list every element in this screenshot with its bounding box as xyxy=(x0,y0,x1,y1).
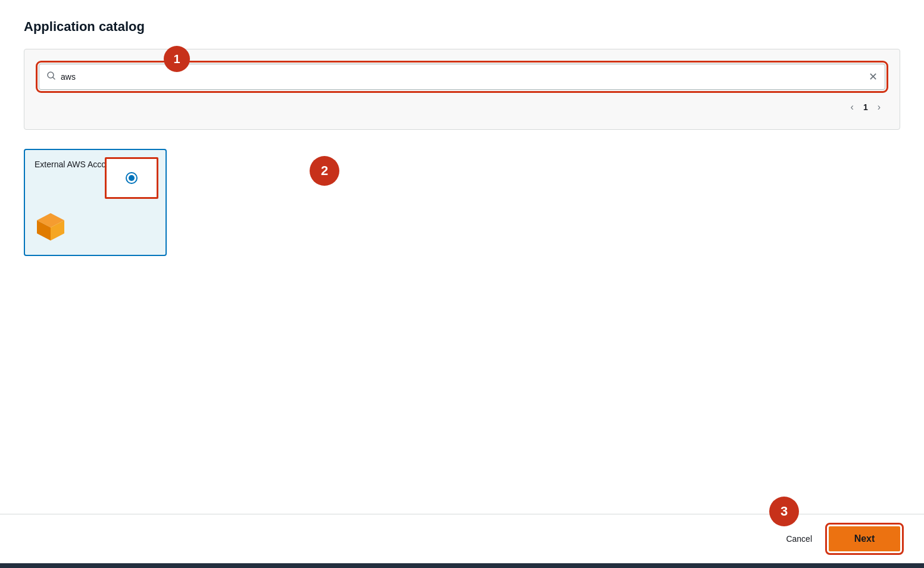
search-bar: ✕ xyxy=(39,64,885,90)
step-badge-1: 1 xyxy=(164,46,190,72)
clear-icon[interactable]: ✕ xyxy=(869,70,878,83)
aws-cube-icon xyxy=(35,211,156,245)
svg-line-1 xyxy=(53,77,55,80)
search-icon xyxy=(46,71,56,83)
card-radio-area[interactable] xyxy=(105,157,158,199)
radio-inner xyxy=(129,175,135,181)
next-button[interactable]: Next xyxy=(829,526,900,551)
footer: 3 Cancel Next xyxy=(0,514,924,563)
search-input[interactable] xyxy=(61,72,869,82)
cards-area: 2 External AWS Account xyxy=(24,144,900,270)
bottom-bar xyxy=(0,563,924,568)
pagination-current: 1 xyxy=(863,102,868,112)
pagination: ‹ 1 › xyxy=(39,99,885,115)
step-badge-2: 2 xyxy=(310,156,339,186)
catalog-card-external-aws[interactable]: External AWS Account xyxy=(24,149,167,256)
radio-button[interactable] xyxy=(126,172,138,184)
search-wrapper: 1 ✕ xyxy=(39,64,885,90)
catalog-panel: 1 ✕ ‹ 1 › xyxy=(24,49,900,130)
cancel-button[interactable]: Cancel xyxy=(779,529,819,548)
pagination-prev-button[interactable]: ‹ xyxy=(846,99,859,115)
pagination-next-button[interactable]: › xyxy=(873,99,885,115)
step-badge-3: 3 xyxy=(769,497,799,526)
page-title: Application catalog xyxy=(24,19,900,35)
